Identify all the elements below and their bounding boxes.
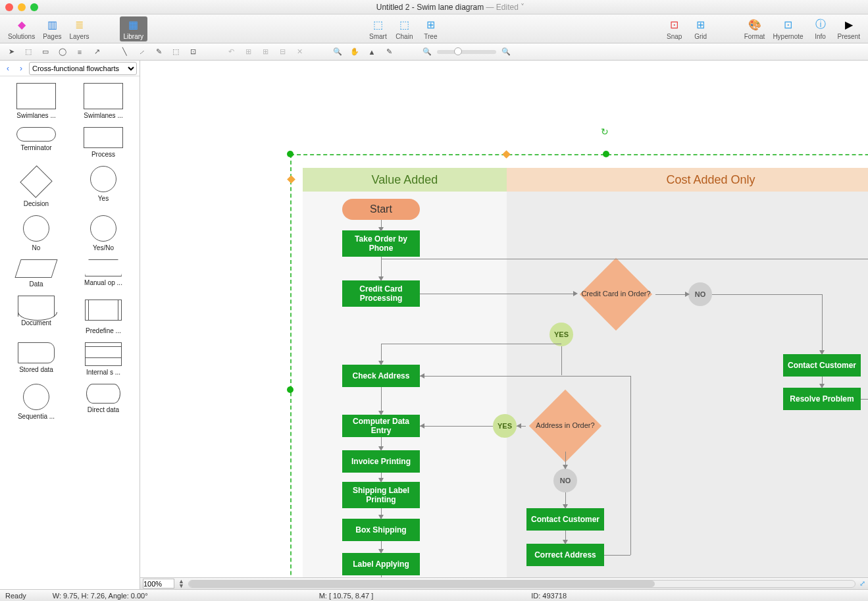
paint-tool-icon[interactable]: ⬚ <box>168 45 183 59</box>
palette-circle[interactable]: No <box>3 211 70 255</box>
titlebar: Untitled 2 - Swim lane diagram — Edited … <box>0 0 868 14</box>
shape-palette: Swimlanes ...Swimlanes ...TerminatorProc… <box>0 76 140 589</box>
palette-lanes-h[interactable]: Swimlanes ... <box>70 79 137 123</box>
palette-stored[interactable]: Stored data <box>3 338 70 380</box>
node-cc-processing[interactable]: Credit Card Processing <box>342 280 420 307</box>
tree-mode-button[interactable]: ⊞Tree <box>417 16 444 41</box>
node-data-entry[interactable]: Computer Data Entry <box>342 415 420 437</box>
zoom-tool-icon[interactable]: 🔍 <box>330 45 345 59</box>
info-button[interactable]: ⓘInfo <box>807 16 834 41</box>
arrow-down-icon <box>378 227 384 232</box>
snap-button[interactable]: ⊡Snap <box>661 16 688 41</box>
zoom-slider[interactable] <box>437 50 496 54</box>
palette-lanes-v[interactable]: Swimlanes ... <box>3 79 70 123</box>
chain-mode-button[interactable]: ⬚Chain <box>391 16 417 41</box>
zoom-stepper-icon[interactable]: ▲▼ <box>178 579 184 588</box>
ungroup-icon[interactable]: ✕ <box>292 45 307 59</box>
text-tool-icon[interactable]: ≡ <box>72 45 87 59</box>
pointer-tool-icon[interactable]: ➤ <box>4 45 18 59</box>
arrow-down-icon <box>563 465 568 469</box>
horizontal-scrollbar[interactable] <box>188 580 855 588</box>
canvas[interactable]: Value Added Cost Added Only ↻ + Start Ta… <box>140 61 868 589</box>
close-icon[interactable] <box>5 3 13 11</box>
library-back-icon[interactable]: ‹ <box>3 63 13 74</box>
palette-label: Direct data <box>88 406 119 413</box>
handle-left[interactable] <box>287 386 294 393</box>
distribute-icon[interactable]: ⊞ <box>258 45 272 59</box>
palette-circle[interactable]: Sequentia ... <box>3 380 70 424</box>
stamp-tool-icon[interactable]: ▲ <box>365 45 379 59</box>
minimize-icon[interactable] <box>18 3 26 11</box>
hypernote-button[interactable]: ⊡Hypernote <box>769 16 807 41</box>
group-icon[interactable]: ⊟ <box>275 45 290 59</box>
layers-button[interactable]: ≣Layers <box>66 16 93 41</box>
crop-tool-icon[interactable]: ⊡ <box>186 45 200 59</box>
zoom-out-icon[interactable]: 🔍 <box>420 45 434 59</box>
palette-circle[interactable]: Yes/No <box>70 211 137 255</box>
node-resolve-problem[interactable]: Resolve Problem <box>783 388 861 410</box>
palette-diamond[interactable]: Decision <box>3 162 70 211</box>
present-button[interactable]: ▶Present <box>834 16 864 41</box>
zoom-icon[interactable] <box>30 3 38 11</box>
hand-tool-icon[interactable]: ✋ <box>347 45 362 59</box>
node-contact-customer-1[interactable]: Contact Customer <box>783 354 861 377</box>
node-correct-address[interactable]: Correct Address <box>526 544 604 566</box>
node-invoice-printing[interactable]: Invoice Printing <box>342 450 420 473</box>
node-addr-decision[interactable]: Address in Order? <box>526 400 605 452</box>
palette-parallel[interactable]: Data <box>3 255 70 292</box>
node-no-2[interactable]: NO <box>553 469 577 492</box>
node-label-applying[interactable]: Label Applying <box>342 553 420 575</box>
arrow-down-icon <box>819 350 825 355</box>
palette-internal[interactable]: Internal s ... <box>70 338 137 380</box>
solutions-button[interactable]: ◆Solutions <box>4 16 39 41</box>
connector-tool-icon[interactable]: ╲ <box>117 45 132 59</box>
format-button[interactable]: 🎨Format <box>740 16 769 41</box>
palette-box[interactable]: Process <box>70 123 137 162</box>
node-cc-decision[interactable]: Credit Card in Order? <box>576 269 655 320</box>
handle-top[interactable] <box>603 151 609 157</box>
pen-tool-icon[interactable]: ✎ <box>151 45 166 59</box>
grid-button[interactable]: ⊞Grid <box>688 16 714 41</box>
pages-button[interactable]: ▥Pages <box>39 16 65 41</box>
node-box-shipping[interactable]: Box Shipping <box>342 519 420 541</box>
palette-label: Yes <box>98 195 109 202</box>
connector <box>655 294 688 295</box>
palette-doc[interactable]: Document <box>3 292 70 338</box>
status-dimensions: W: 9.75, H: 7.26, Angle: 0.00° <box>53 592 148 600</box>
smart-mode-button[interactable]: ⬚Smart <box>365 16 391 41</box>
zoom-input[interactable] <box>143 579 174 588</box>
node-contact-customer-2[interactable]: Contact Customer <box>526 508 604 531</box>
library-category-select[interactable]: Cross-functional flowcharts <box>29 62 137 75</box>
eyedropper-icon[interactable]: ✎ <box>382 45 396 59</box>
line-tool-icon[interactable]: ↗ <box>89 45 104 59</box>
ellipse-tool-icon[interactable]: ◯ <box>55 45 70 59</box>
node-no-1[interactable]: NO <box>688 282 712 306</box>
zoom-in-icon[interactable]: 🔍 <box>499 45 513 59</box>
rect-tool-icon[interactable]: ▭ <box>38 45 53 59</box>
palette-pred[interactable]: Predefine ... <box>70 292 137 338</box>
connector <box>861 399 868 400</box>
node-yes-1[interactable]: YES <box>549 323 573 346</box>
palette-label: Process <box>91 151 115 158</box>
undo-icon[interactable]: ↶ <box>224 45 238 59</box>
handle-tl[interactable] <box>287 151 294 157</box>
palette-cyl[interactable]: Direct data <box>70 380 137 424</box>
library-button[interactable]: ▦Library <box>120 16 148 41</box>
library-forward-icon[interactable]: › <box>16 63 26 74</box>
node-yes-2[interactable]: YES <box>493 414 517 438</box>
node-take-order[interactable]: Take Order by Phone <box>342 230 420 257</box>
arrow-down-icon <box>378 361 384 365</box>
align-icon[interactable]: ⊞ <box>241 45 255 59</box>
connector <box>381 344 561 344</box>
expand-icon[interactable]: ⤢ <box>859 579 865 588</box>
palette-rbox[interactable]: Terminator <box>3 123 70 162</box>
arc-tool-icon[interactable]: ⟋ <box>134 45 149 59</box>
node-check-address[interactable]: Check Address <box>342 365 420 387</box>
palette-circle[interactable]: Yes <box>70 162 137 211</box>
select-tool-icon[interactable]: ⬚ <box>21 45 36 59</box>
palette-trap[interactable]: Manual op ... <box>70 255 137 292</box>
node-start[interactable]: Start <box>342 199 420 220</box>
palette-label: Terminator <box>20 144 51 151</box>
node-shipping-label[interactable]: Shipping Label Printing <box>342 482 420 508</box>
rotate-handle-icon[interactable]: ↻ <box>601 126 609 137</box>
